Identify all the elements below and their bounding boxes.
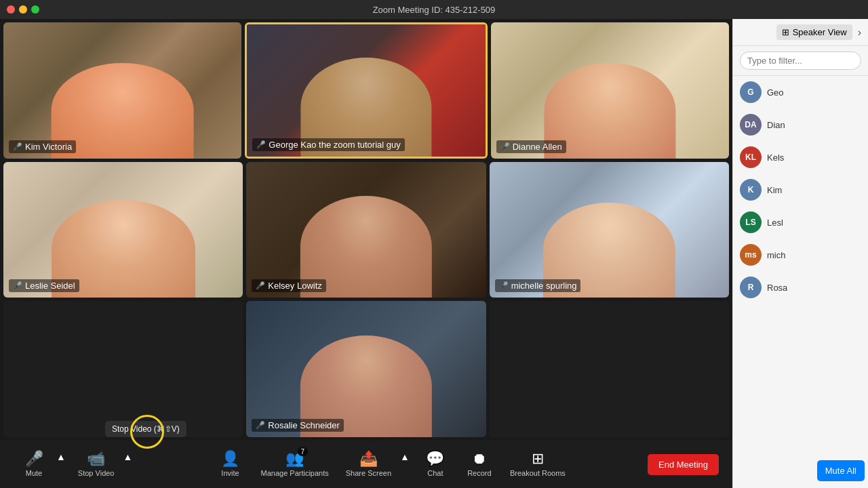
avatar-kels: KL: [740, 146, 762, 168]
participant-name-george: George Kao the zoom tutorial guy: [269, 140, 400, 150]
video-cell-kelsey[interactable]: Kelsey Lowitz: [246, 162, 486, 298]
sidebar-header: [733, 46, 868, 76]
speaker-view-button[interactable]: ⊞ Speaker View: [776, 24, 852, 40]
sidebar-item-rosa[interactable]: R Rosa: [733, 271, 868, 304]
participant-name-lesl-sidebar: Lesl: [767, 218, 783, 228]
avatar-rosa: R: [740, 277, 762, 298]
main-content: Kim Victoria George Kao the zoom tutoria…: [0, 19, 868, 488]
stop-video-expand-button[interactable]: ▲: [121, 451, 134, 466]
video-cell-leslie[interactable]: Leslie Seidel: [3, 162, 243, 298]
video-row-2: Leslie Seidel Kelsey Lowitz michelle spu…: [3, 162, 729, 298]
participant-name-kim2-sidebar: Kim: [767, 185, 782, 195]
avatar-kim2: K: [740, 179, 762, 201]
toolbar-right: End Meeting: [648, 454, 719, 475]
video-bg-empty2: [490, 301, 729, 437]
manage-participants-button[interactable]: 👥 7 Manage Participants: [254, 448, 336, 481]
end-meeting-button[interactable]: End Meeting: [648, 454, 719, 475]
stop-video-button[interactable]: 📹 Stop Video: [71, 448, 121, 481]
video-bg-empty1: [3, 301, 243, 437]
sidebar-top-controls: ⊞ Speaker View ›: [733, 19, 868, 46]
name-label-kelsey: Kelsey Lowitz: [252, 279, 326, 292]
video-cell-rosalie[interactable]: Rosalie Schneider: [246, 301, 486, 437]
mic-icon-george: [256, 140, 266, 149]
avatar-mich: ms: [740, 244, 762, 266]
sidebar-item-kels[interactable]: KL Kels: [733, 141, 868, 174]
video-cell-michelle[interactable]: michelle spurling: [490, 162, 729, 298]
minimize-button[interactable]: [19, 5, 27, 14]
grid-icon: ⊞: [782, 27, 789, 37]
participant-name-leslie: Leslie Seidel: [25, 281, 75, 291]
stop-video-group: 📹 Stop Video ▲: [71, 448, 134, 481]
toolbar-left: 🎤 Mute ▲ 📹 Stop Video ▲: [14, 448, 134, 481]
sidebar-item-geo[interactable]: G Geo: [733, 76, 868, 108]
avatar-dian: DA: [740, 114, 762, 136]
avatar-geo: G: [740, 81, 762, 103]
maximize-button[interactable]: [31, 5, 39, 14]
mic-icon-kim: [13, 142, 22, 151]
toolbar: 🎤 Mute ▲ 📹 Stop Video ▲ 👤 Invite 👥 7 Ma: [0, 441, 732, 488]
mute-group: 🎤 Mute ▲: [14, 448, 68, 481]
mic-icon-kelsey: [256, 281, 265, 290]
sidebar-item-dian[interactable]: DA Dian: [733, 108, 868, 141]
video-cell-george[interactable]: George Kao the zoom tutorial guy: [245, 22, 487, 159]
manage-icon-wrap: 👥 7: [285, 451, 304, 466]
sidebar-item-mich[interactable]: ms mich: [733, 239, 868, 271]
mute-button[interactable]: 🎤 Mute: [14, 448, 54, 481]
mute-label: Mute: [26, 469, 42, 477]
video-bg-george: [247, 24, 485, 157]
participant-search-input[interactable]: [740, 52, 861, 70]
share-screen-expand-button[interactable]: ▲: [398, 451, 412, 466]
video-row-3: Rosalie Schneider: [3, 301, 729, 437]
view-label: Speaker View: [793, 27, 847, 37]
share-screen-button[interactable]: 📤 Share Screen: [339, 448, 398, 481]
video-cell-empty2: [490, 301, 729, 437]
video-cell-dianne[interactable]: Dianne Allen: [491, 22, 729, 159]
sidebar-item-kim2[interactable]: K Kim: [733, 174, 868, 206]
mute-icon: 🎤: [25, 451, 43, 466]
name-label-michelle: michelle spurling: [495, 279, 581, 292]
name-label-george: George Kao the zoom tutorial guy: [252, 138, 404, 151]
video-bg-kelsey: [246, 162, 486, 298]
window-title: Zoom Meeting ID: 435-212-509: [373, 5, 496, 15]
share-screen-icon: 📤: [359, 451, 378, 466]
share-screen-label: Share Screen: [346, 469, 391, 477]
record-label: Record: [467, 469, 491, 477]
breakout-rooms-icon: ⊞: [532, 451, 544, 466]
traffic-lights: [7, 5, 39, 14]
name-label-leslie: Leslie Seidel: [9, 279, 79, 292]
participant-name-michelle: michelle spurling: [511, 281, 577, 291]
toolbar-center: 👤 Invite 👥 7 Manage Participants 📤 Share…: [210, 448, 572, 481]
chat-label: Chat: [427, 469, 443, 477]
video-bg-rosalie: [246, 301, 486, 437]
manage-participants-label: Manage Participants: [261, 469, 329, 477]
avatar-lesl: LS: [740, 211, 762, 233]
chat-button[interactable]: 💬 Chat: [415, 448, 456, 481]
participant-name-mich-sidebar: mich: [767, 250, 785, 260]
close-button[interactable]: [7, 5, 15, 14]
breakout-rooms-button[interactable]: ⊞ Breakout Rooms: [503, 448, 572, 481]
collapse-sidebar-button[interactable]: ›: [858, 24, 861, 40]
breakout-rooms-label: Breakout Rooms: [510, 469, 566, 477]
video-bg-kim: [3, 22, 241, 159]
participant-name-kelsey: Kelsey Lowitz: [268, 281, 321, 291]
video-cell-kim[interactable]: Kim Victoria: [3, 22, 241, 159]
mic-icon-rosalie: [256, 421, 265, 430]
video-bg-michelle: [490, 162, 729, 298]
mic-icon-michelle: [499, 281, 509, 290]
mute-all-button[interactable]: Mute All: [817, 460, 865, 481]
title-bar: Zoom Meeting ID: 435-212-509: [0, 0, 868, 19]
name-label-dianne: Dianne Allen: [496, 140, 566, 153]
participant-name-kels-sidebar: Kels: [767, 152, 784, 163]
record-button[interactable]: ⏺ Record: [459, 448, 500, 481]
invite-button[interactable]: 👤 Invite: [210, 448, 251, 481]
stop-video-label: Stop Video: [78, 469, 115, 477]
sidebar: ⊞ Speaker View › G Geo DA Dian KL Kels K: [732, 19, 868, 488]
sidebar-item-lesl[interactable]: LS Lesl: [733, 206, 868, 239]
video-row-1: Kim Victoria George Kao the zoom tutoria…: [3, 22, 729, 159]
participant-list: G Geo DA Dian KL Kels K Kim LS Lesl ms m…: [733, 76, 868, 488]
participant-name-kim: Kim Victoria: [25, 142, 72, 152]
stop-video-icon: 📹: [87, 451, 105, 466]
mute-expand-button[interactable]: ▲: [54, 451, 68, 466]
video-bg-leslie: [3, 162, 243, 298]
video-grid: Kim Victoria George Kao the zoom tutoria…: [0, 19, 732, 488]
